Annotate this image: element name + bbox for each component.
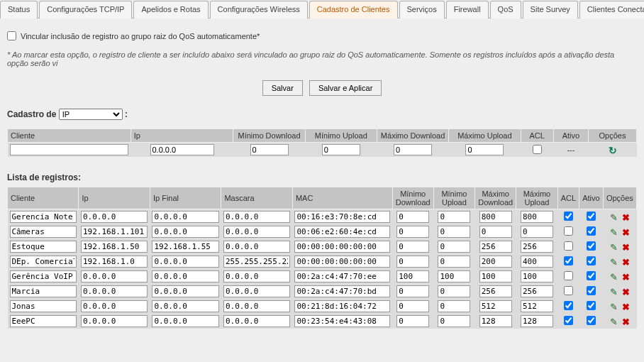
row-min-down-input[interactable]	[396, 211, 429, 223]
row-min-up-input[interactable]	[438, 211, 470, 223]
row-min-down-input[interactable]	[396, 300, 429, 312]
row-ativo-checkbox[interactable]	[587, 226, 596, 236]
row-ativo-checkbox[interactable]	[587, 301, 596, 310]
row-max-down-input[interactable]	[479, 300, 512, 312]
salvar-button[interactable]: Salvar	[262, 80, 303, 96]
row-ip-final-input[interactable]	[152, 315, 218, 327]
row-ip-final-input[interactable]	[152, 226, 218, 238]
new-cliente-input[interactable]	[10, 144, 129, 155]
row-max-down-input[interactable]	[479, 315, 512, 327]
row-mac-input[interactable]	[294, 270, 390, 283]
row-mascara-input[interactable]	[223, 300, 290, 312]
new-ip-input[interactable]	[150, 144, 214, 155]
delete-icon[interactable]	[621, 317, 631, 327]
row-max-down-input[interactable]	[479, 211, 512, 223]
delete-icon[interactable]	[621, 242, 631, 252]
row-ativo-checkbox[interactable]	[587, 286, 596, 295]
row-cliente-input[interactable]	[10, 300, 77, 312]
row-ip-final-input[interactable]	[152, 256, 218, 268]
row-max-up-input[interactable]	[521, 300, 553, 312]
row-mascara-input[interactable]	[223, 270, 290, 283]
row-cliente-input[interactable]	[10, 226, 77, 238]
tab-apelidos[interactable]: Apelidos e Rotas	[133, 1, 208, 18]
delete-icon[interactable]	[621, 212, 631, 222]
row-cliente-input[interactable]	[10, 241, 77, 253]
row-ativo-checkbox[interactable]	[587, 316, 596, 325]
row-cliente-input[interactable]	[10, 211, 77, 223]
delete-icon[interactable]	[621, 302, 631, 312]
row-ip-input[interactable]	[81, 300, 148, 312]
row-min-up-input[interactable]	[438, 285, 470, 297]
tab-tcpip[interactable]: Configurações TCP/IP	[39, 1, 132, 18]
row-min-down-input[interactable]	[396, 226, 429, 238]
edit-icon[interactable]	[609, 317, 618, 327]
row-acl-checkbox[interactable]	[564, 212, 573, 221]
row-max-up-input[interactable]	[521, 241, 553, 253]
row-mascara-input[interactable]	[223, 285, 290, 297]
tab-servicos[interactable]: Serviços	[399, 1, 445, 18]
edit-icon[interactable]	[609, 272, 618, 282]
tab-clientes-conectados[interactable]: Clientes Conectados	[579, 1, 644, 18]
row-ip-final-input[interactable]	[152, 285, 218, 297]
edit-icon[interactable]	[609, 302, 618, 312]
delete-icon[interactable]	[621, 287, 631, 297]
row-max-down-input[interactable]	[479, 270, 512, 283]
row-min-down-input[interactable]	[396, 285, 429, 297]
tab-status[interactable]: Status	[0, 1, 38, 18]
delete-icon[interactable]	[621, 257, 631, 267]
tab-qos[interactable]: QoS	[490, 1, 521, 18]
row-acl-checkbox[interactable]	[564, 316, 573, 325]
row-min-up-input[interactable]	[438, 270, 470, 283]
row-acl-checkbox[interactable]	[564, 301, 573, 310]
row-mac-input[interactable]	[294, 211, 390, 223]
row-mascara-input[interactable]	[223, 315, 290, 327]
row-ip-input[interactable]	[81, 315, 148, 327]
tab-sitesurvey[interactable]: Site Survey	[523, 1, 578, 18]
row-mascara-input[interactable]	[223, 211, 290, 223]
row-mac-input[interactable]	[294, 226, 390, 238]
vincular-checkbox[interactable]	[7, 31, 16, 40]
row-cliente-input[interactable]	[10, 256, 77, 268]
new-acl-checkbox[interactable]	[533, 145, 542, 154]
row-mascara-input[interactable]	[223, 226, 290, 238]
row-min-down-input[interactable]	[396, 270, 429, 283]
row-ip-final-input[interactable]	[152, 270, 218, 283]
row-acl-checkbox[interactable]	[564, 286, 573, 295]
row-max-down-input[interactable]	[479, 241, 512, 253]
tab-wireless[interactable]: Configurações Wireless	[210, 1, 308, 18]
tab-firewall[interactable]: Firewall	[446, 1, 489, 18]
row-min-down-input[interactable]	[396, 315, 429, 327]
edit-icon[interactable]	[609, 287, 618, 297]
new-min-up-input[interactable]	[322, 144, 360, 155]
delete-icon[interactable]	[621, 272, 631, 282]
row-cliente-input[interactable]	[10, 285, 77, 297]
new-min-down-input[interactable]	[250, 144, 289, 155]
new-max-up-input[interactable]	[465, 144, 504, 155]
row-min-up-input[interactable]	[438, 256, 470, 268]
row-max-up-input[interactable]	[521, 211, 553, 223]
row-cliente-input[interactable]	[10, 315, 77, 327]
row-ip-input[interactable]	[81, 241, 148, 253]
row-max-down-input[interactable]	[479, 285, 512, 297]
row-acl-checkbox[interactable]	[564, 271, 573, 280]
row-max-up-input[interactable]	[521, 256, 553, 268]
row-ip-final-input[interactable]	[152, 241, 218, 253]
edit-icon[interactable]	[609, 257, 618, 267]
row-mac-input[interactable]	[294, 285, 390, 297]
row-ip-input[interactable]	[81, 270, 148, 283]
new-max-down-input[interactable]	[394, 144, 432, 155]
row-max-up-input[interactable]	[521, 285, 553, 297]
row-ip-input[interactable]	[81, 285, 148, 297]
row-ativo-checkbox[interactable]	[587, 256, 596, 265]
row-mac-input[interactable]	[294, 256, 390, 268]
row-min-up-input[interactable]	[438, 226, 470, 238]
cadastro-de-select[interactable]: IP	[59, 109, 123, 120]
row-max-up-input[interactable]	[521, 270, 553, 283]
delete-icon[interactable]	[621, 227, 631, 237]
edit-icon[interactable]	[609, 227, 618, 237]
row-min-up-input[interactable]	[438, 300, 470, 312]
row-min-up-input[interactable]	[438, 241, 470, 253]
row-acl-checkbox[interactable]	[564, 226, 573, 236]
row-mascara-input[interactable]	[223, 241, 290, 253]
row-ip-input[interactable]	[81, 211, 148, 223]
